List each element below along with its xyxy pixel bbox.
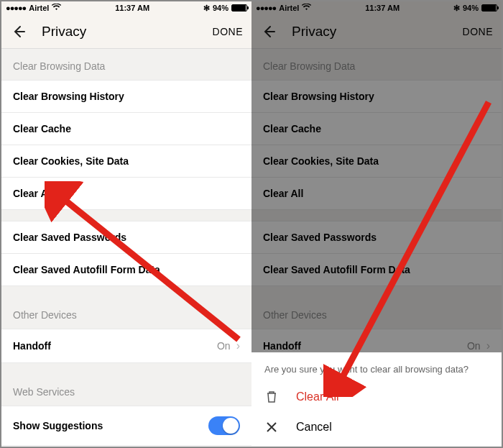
done-button[interactable]: DONE	[213, 26, 243, 37]
row-handoff[interactable]: HandoffOn›	[1, 329, 251, 363]
carrier: Airtel	[279, 4, 299, 12]
wifi-icon	[52, 4, 61, 12]
trash-icon	[264, 390, 279, 403]
row-clear-cache[interactable]: Clear Cache	[1, 112, 251, 145]
row-clear-history[interactable]: Clear Browsing History	[251, 80, 502, 113]
status-bar: ●●●●●Airtel 11:37 AM ✻94%	[1, 1, 251, 14]
battery-pct: 94%	[213, 4, 229, 12]
row-clear-cookies[interactable]: Clear Cookies, Site Data	[1, 145, 251, 178]
sheet-message: Are you sure you want to clear all brows…	[251, 352, 502, 382]
wifi-icon	[302, 4, 311, 12]
row-clear-cookies[interactable]: Clear Cookies, Site Data	[251, 145, 502, 178]
row-clear-history[interactable]: Clear Browsing History	[1, 80, 251, 113]
row-clear-autofill[interactable]: Clear Saved Autofill Form Data	[251, 253, 502, 286]
clock: 11:37 AM	[365, 4, 400, 12]
row-usage-data[interactable]: Send Usage DataNever›	[1, 445, 251, 447]
battery-pct: 94%	[463, 4, 479, 12]
close-icon	[264, 422, 279, 432]
back-button[interactable]	[260, 23, 277, 40]
section-header-devices: Other Devices	[251, 298, 502, 329]
back-button[interactable]	[10, 23, 27, 40]
bluetooth-icon: ✻	[203, 4, 210, 13]
row-clear-all[interactable]: Clear All	[251, 177, 502, 210]
toggle-on-icon[interactable]	[208, 416, 240, 435]
signal-dots-icon: ●●●●●	[256, 4, 276, 12]
section-header-browsing: Clear Browsing Data	[251, 49, 502, 81]
bluetooth-icon: ✻	[453, 4, 460, 13]
battery-icon	[231, 4, 247, 12]
section-header-web: Web Services	[1, 375, 251, 406]
sheet-cancel[interactable]: Cancel	[251, 412, 502, 442]
page-title: Privacy	[292, 24, 463, 40]
row-clear-cache[interactable]: Clear Cache	[251, 112, 502, 145]
row-suggestions[interactable]: Show Suggestions	[1, 406, 251, 446]
signal-dots-icon: ●●●●●	[6, 4, 26, 12]
row-clear-passwords[interactable]: Clear Saved Passwords	[251, 221, 502, 254]
row-clear-passwords[interactable]: Clear Saved Passwords	[1, 221, 251, 254]
row-clear-autofill[interactable]: Clear Saved Autofill Form Data	[1, 253, 251, 286]
section-header-devices: Other Devices	[1, 298, 251, 329]
done-button[interactable]: DONE	[463, 26, 493, 37]
nav-bar: Privacy DONE	[251, 14, 502, 49]
row-clear-all[interactable]: Clear All	[1, 177, 251, 210]
status-bar: ●●●●●Airtel 11:37 AM ✻94%	[251, 1, 502, 14]
nav-bar: Privacy DONE	[1, 14, 251, 49]
chevron-right-icon: ›	[486, 339, 490, 352]
action-sheet: Are you sure you want to clear all brows…	[251, 352, 502, 447]
sheet-clear-all[interactable]: Clear All	[251, 382, 502, 412]
section-header-browsing: Clear Browsing Data	[1, 49, 251, 81]
page-title: Privacy	[42, 24, 213, 40]
battery-icon	[481, 4, 497, 12]
clock: 11:37 AM	[115, 4, 149, 12]
chevron-right-icon: ›	[236, 339, 240, 352]
carrier: Airtel	[29, 4, 49, 12]
